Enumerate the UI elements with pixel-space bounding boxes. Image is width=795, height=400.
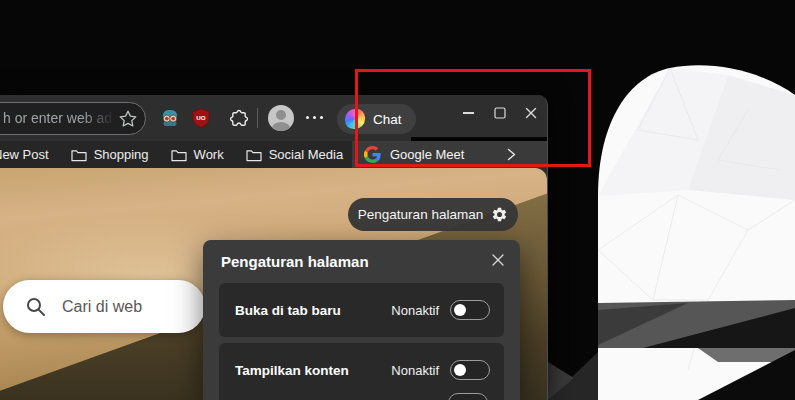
favorites-star-icon[interactable] [118,109,138,129]
annotation-highlight-rectangle [355,69,591,167]
folder-icon [171,148,187,162]
search-placeholder: Cari di web [62,298,142,316]
bookmark-item-work[interactable]: Work [171,147,224,162]
setting-state: Nonaktif [391,303,439,318]
gear-icon [491,206,508,223]
toggle-show-content[interactable] [450,360,490,380]
address-bar[interactable]: h or enter web ad [0,102,146,135]
profile-avatar-button[interactable] [268,105,294,131]
toggle-open-in-new-tab[interactable] [450,300,490,320]
toggle-partial-clipped[interactable] [448,393,488,400]
setting-card-open-in-new-tab: Buka di tab baru Nonaktif [219,283,504,337]
setting-state: Nonaktif [391,363,439,378]
folder-icon [71,148,87,162]
setting-card-show-content: Tampilkan konten Nonaktif [219,343,504,400]
screen: h or enter web ad UO [0,0,795,400]
settings-and-more-ellipsis-button[interactable] [306,116,323,119]
web-search-input[interactable]: Cari di web [3,280,205,333]
setting-label: Buka di tab baru [235,303,391,318]
panel-close-button[interactable] [490,252,506,268]
toolbar-divider [257,108,258,128]
new-tab-page: Pengaturan halaman Cari di web Pengatura… [0,168,547,400]
page-settings-panel: Pengaturan halaman Buka di tab baru Nona… [203,240,520,400]
search-icon [25,296,47,318]
bookmark-item-social-media[interactable]: Social Media [246,147,343,162]
svg-text:UO: UO [196,114,205,121]
avatar-person-icon [276,110,286,120]
folder-icon [246,148,262,162]
bookmark-item-new-post[interactable]: New Post [0,147,49,162]
setting-label: Tampilkan konten [235,363,391,378]
extensions-puzzle-icon[interactable] [229,108,249,128]
desktop-wallpaper-polygon-art [548,0,795,400]
address-bar-placeholder: h or enter web ad [3,110,115,126]
panel-title: Pengaturan halaman [221,253,369,270]
bookmark-item-shopping[interactable]: Shopping [71,147,149,162]
extension-icon-goggles-character[interactable] [160,108,180,128]
page-settings-button[interactable]: Pengaturan halaman [348,198,518,231]
extension-icon-ublock-shield[interactable]: UO [192,108,210,128]
